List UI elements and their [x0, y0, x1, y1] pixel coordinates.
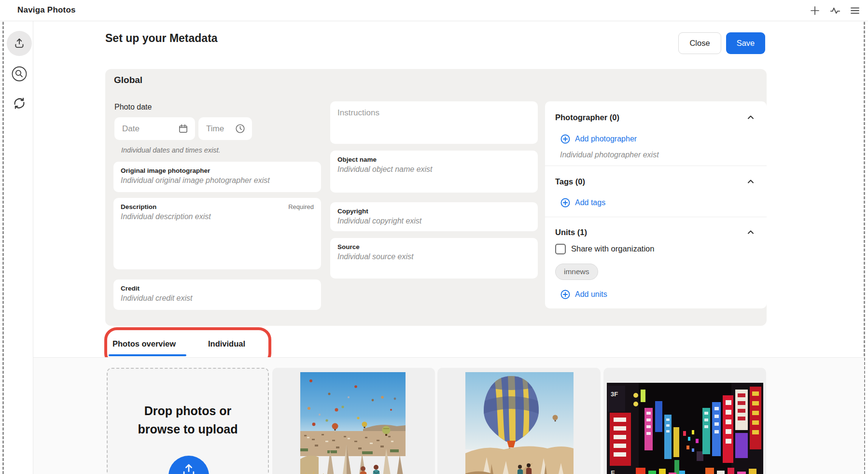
chevron-up-icon[interactable]: [744, 111, 757, 124]
original-image-photographer-value: Individual original image photographer e…: [121, 176, 314, 185]
credit-field[interactable]: Credit Individual credit exist: [113, 279, 321, 310]
left-sidebar: [4, 21, 33, 474]
chevron-up-icon[interactable]: [744, 175, 757, 188]
credit-value: Individual credit exist: [121, 294, 314, 303]
time-placeholder: Time: [206, 124, 224, 134]
menu-icon[interactable]: [848, 4, 862, 17]
units-section-header: Units (1): [555, 226, 757, 238]
object-name-value: Individual object name exist: [337, 165, 531, 174]
add-units-label: Add units: [575, 290, 607, 299]
date-placeholder: Date: [122, 124, 140, 134]
svg-text:F: F: [611, 469, 615, 474]
add-tags-button[interactable]: Add tags: [560, 197, 605, 208]
drop-photos-text-line1: Drop photos or: [108, 402, 268, 420]
top-bar: [0, 0, 868, 21]
source-label: Source: [337, 243, 531, 251]
tags-section-header: Tags (0): [555, 175, 757, 188]
global-metadata-panel: Global Photo date Date Time Individual d…: [105, 69, 767, 326]
description-field[interactable]: Description Required Individual descript…: [113, 198, 321, 269]
upload-photos-button[interactable]: [168, 456, 209, 474]
metadata-side-panel: Photographer (0) Add photographer Indivi…: [545, 101, 767, 308]
section-divider: [545, 166, 767, 166]
calendar-icon: [178, 123, 189, 134]
upload-icon[interactable]: [7, 31, 32, 56]
unit-chip: imnews: [555, 264, 598, 280]
tab-photos-overview[interactable]: Photos overview: [112, 339, 176, 349]
photo-striped-balloon: [465, 372, 574, 474]
instructions-placeholder: Instructions: [337, 108, 531, 118]
object-name-field[interactable]: Object name Individual object name exist: [330, 151, 538, 193]
share-with-organization-label: Share with organization: [571, 244, 654, 253]
save-button[interactable]: Save: [726, 32, 765, 54]
description-label: Description: [121, 203, 156, 210]
plus-circle-icon: [560, 289, 571, 300]
photo-thumbnail-card[interactable]: [272, 368, 435, 474]
copyright-field[interactable]: Copyright Individual copyright exist: [330, 202, 538, 231]
add-photographer-label: Add photographer: [575, 135, 637, 143]
global-section-title: Global: [114, 75, 142, 85]
photographer-section-header: Photographer (0): [555, 111, 757, 124]
photo-thumbnail-card[interactable]: 3F F: [603, 368, 766, 474]
required-badge: Required: [288, 203, 314, 210]
photo-tokyo-neon-street: 3F F: [607, 383, 763, 474]
sync-icon[interactable]: [7, 91, 32, 116]
window-frame-left-dashed: [2, 0, 4, 474]
photographer-section-title: Photographer (0): [555, 113, 619, 122]
page-title: Set up your Metadata: [105, 32, 218, 45]
units-section-title: Units (1): [555, 228, 587, 237]
object-name-label: Object name: [337, 156, 531, 163]
share-with-organization-checkbox[interactable]: [555, 244, 566, 254]
add-units-button[interactable]: Add units: [560, 289, 607, 300]
activity-icon[interactable]: [828, 4, 842, 17]
drop-photos-area[interactable]: Drop photos or browse to upload: [107, 368, 269, 474]
credit-label: Credit: [121, 285, 314, 292]
photo-thumbnail-card[interactable]: [437, 368, 601, 474]
description-value: Individual description exist: [121, 212, 314, 221]
plus-circle-icon: [560, 197, 571, 208]
add-tags-label: Add tags: [575, 198, 605, 207]
upload-icon: [181, 462, 197, 474]
active-tab-underline: [109, 354, 186, 356]
photo-date-helper: Individual dates and times exist.: [121, 146, 221, 154]
tags-section-title: Tags (0): [555, 177, 585, 186]
original-image-photographer-label: Original image photographer: [121, 167, 314, 174]
time-input[interactable]: Time: [198, 117, 252, 140]
plus-icon[interactable]: [808, 4, 822, 17]
copyright-value: Individual copyright exist: [337, 217, 531, 225]
instructions-field[interactable]: Instructions: [330, 101, 538, 144]
date-input[interactable]: Date: [114, 117, 195, 140]
app-title: Naviga Photos: [17, 5, 76, 15]
plus-circle-icon: [560, 134, 571, 144]
tab-individual[interactable]: Individual: [208, 339, 245, 349]
photo-cappadocia-balloons: [300, 372, 406, 474]
search-icon[interactable]: [7, 61, 32, 86]
add-photographer-button[interactable]: Add photographer: [560, 134, 637, 144]
section-divider: [545, 217, 767, 217]
source-value: Individual source exist: [337, 252, 531, 261]
clock-icon: [235, 123, 246, 134]
chevron-up-icon[interactable]: [744, 226, 757, 238]
copyright-label: Copyright: [337, 208, 531, 215]
photo-date-label: Photo date: [114, 103, 152, 112]
drop-photos-text-line2: browse to upload: [108, 420, 268, 438]
close-button[interactable]: Close: [678, 32, 721, 54]
source-field[interactable]: Source Individual source exist: [330, 238, 538, 279]
svg-text:3F: 3F: [611, 390, 618, 398]
original-image-photographer-field[interactable]: Original image photographer Individual o…: [113, 162, 321, 192]
photographer-helper: Individual photographer exist: [560, 151, 659, 159]
